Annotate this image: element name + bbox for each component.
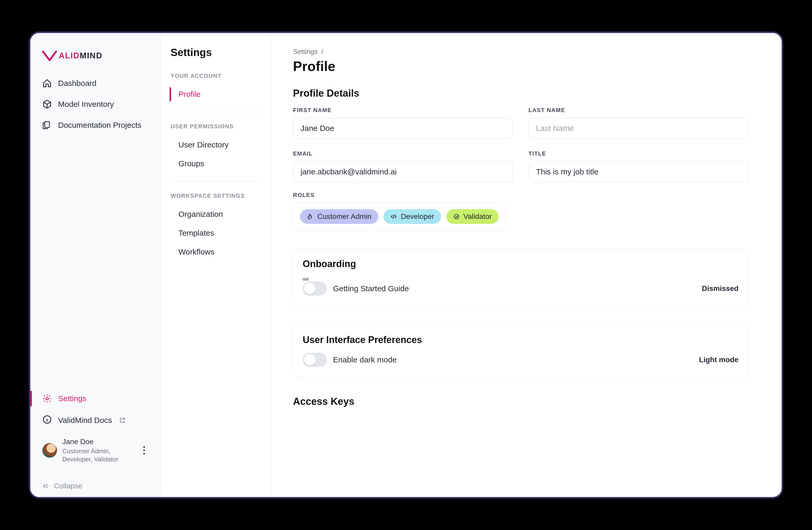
- files-icon: [42, 121, 52, 130]
- svg-point-2: [46, 397, 48, 400]
- settings-subnav: Settings YOUR ACCOUNT Profile USER PERMI…: [161, 33, 271, 497]
- profile-form: FIRST NAME LAST NAME EMAIL TITLE: [293, 107, 748, 182]
- sidebar-item-label: Settings: [58, 394, 86, 403]
- sidebar-item-label: Documentation Projects: [58, 121, 142, 130]
- first-name-label: FIRST NAME: [293, 107, 513, 114]
- email-field: EMAIL: [293, 150, 513, 182]
- subnav-section-your-account: YOUR ACCOUNT: [170, 70, 262, 85]
- sidebar-item-dashboard[interactable]: Dashboard: [37, 74, 155, 93]
- svg-point-7: [454, 214, 459, 219]
- roles-label: ROLES: [293, 192, 760, 198]
- onboarding-title: Onboarding: [303, 259, 739, 269]
- ui-prefs-title: User Interface Preferences: [303, 334, 739, 345]
- validmind-docs-link[interactable]: ValidMind Docs: [37, 410, 155, 431]
- profile-details-title: Profile Details: [293, 88, 760, 99]
- onboarding-toggle-row: Getting Started Guide Dismissed: [303, 281, 739, 296]
- primary-nav: Dashboard Model Inventory Documentation …: [30, 74, 161, 135]
- code-icon: [390, 213, 397, 220]
- title-input[interactable]: [528, 161, 748, 182]
- svg-rect-1: [45, 122, 49, 128]
- home-icon: [42, 79, 52, 88]
- subnav-section-user-permissions: USER PERMISSIONS: [170, 121, 262, 136]
- sidebar-bottom: Settings ValidMind Docs Jane Doe Cust: [30, 389, 161, 475]
- access-keys-title: Access Keys: [293, 396, 760, 407]
- validmind-logo-icon: ALIDMIND: [42, 48, 115, 64]
- sidebar-item-documentation-projects[interactable]: Documentation Projects: [37, 116, 155, 135]
- role-chip-customer-admin[interactable]: Customer Admin: [300, 209, 378, 224]
- subnav-section-workspace-settings: WORKSPACE SETTINGS: [170, 190, 262, 205]
- subnav-item-organization[interactable]: Organization: [170, 205, 262, 223]
- breadcrumb-separator: /: [321, 48, 323, 56]
- ui-preferences-panel: User Interface Preferences Enable dark m…: [293, 325, 748, 378]
- subnav-item-profile[interactable]: Profile: [170, 85, 262, 103]
- last-name-label: LAST NAME: [528, 107, 748, 114]
- badge-icon: [453, 213, 460, 220]
- roles-section: ROLES Customer Admin Developer Validator: [293, 192, 760, 231]
- subnav-item-user-directory[interactable]: User Directory: [170, 136, 262, 154]
- svg-point-6: [143, 453, 145, 455]
- getting-started-toggle[interactable]: [303, 281, 327, 296]
- app-window: ALIDMIND Dashboard Model Inventory: [29, 31, 783, 499]
- avatar: [42, 443, 57, 458]
- cube-icon: [42, 99, 52, 109]
- breadcrumb: Settings /: [293, 48, 760, 56]
- user-roles: Customer Admin, Developer, Validator: [62, 447, 134, 463]
- roles-card: Customer Admin Developer Validator: [293, 203, 506, 231]
- subnav-item-groups[interactable]: Groups: [170, 154, 262, 173]
- primary-sidebar: ALIDMIND Dashboard Model Inventory: [30, 33, 161, 497]
- email-input[interactable]: [293, 161, 513, 182]
- collapse-sidebar-button[interactable]: Collapse: [30, 475, 161, 497]
- brand-logo[interactable]: ALIDMIND: [30, 44, 161, 74]
- sidebar-item-settings[interactable]: Settings: [37, 389, 155, 408]
- svg-text:ALIDMIND: ALIDMIND: [59, 51, 102, 60]
- getting-started-status: Dismissed: [702, 284, 739, 293]
- subnav-item-workflows[interactable]: Workflows: [170, 243, 262, 261]
- last-name-field: LAST NAME: [528, 107, 748, 139]
- dark-mode-status: Light mode: [699, 355, 739, 364]
- first-name-field: FIRST NAME: [293, 107, 513, 139]
- title-field: TITLE: [528, 150, 748, 182]
- sidebar-item-label: Dashboard: [58, 79, 97, 88]
- role-chip-label: Validator: [464, 212, 492, 221]
- divider: [171, 112, 261, 112]
- role-chip-label: Developer: [401, 212, 434, 221]
- getting-started-label: Getting Started Guide: [333, 284, 409, 293]
- docs-link-label: ValidMind Docs: [58, 416, 112, 425]
- subnav-item-templates[interactable]: Templates: [170, 224, 262, 242]
- main-content: Settings / Profile Profile Details FIRST…: [271, 33, 782, 497]
- dark-mode-label: Enable dark mode: [333, 355, 397, 364]
- user-name: Jane Doe: [62, 437, 134, 446]
- external-link-icon: [119, 417, 126, 423]
- title-label: TITLE: [528, 150, 748, 157]
- last-name-input[interactable]: [528, 118, 748, 139]
- role-chip-label: Customer Admin: [317, 212, 372, 221]
- user-meta: Jane Doe Customer Admin, Developer, Vali…: [62, 437, 134, 463]
- sidebar-item-label: Model Inventory: [58, 100, 114, 109]
- user-menu[interactable]: Jane Doe Customer Admin, Developer, Vali…: [37, 433, 155, 470]
- collapse-label: Collapse: [54, 482, 83, 490]
- user-menu-more-button[interactable]: [139, 445, 149, 456]
- svg-point-4: [143, 446, 145, 448]
- dark-mode-toggle-row: Enable dark mode Light mode: [303, 353, 739, 367]
- settings-title: Settings: [170, 46, 262, 58]
- breadcrumb-root[interactable]: Settings: [293, 48, 318, 56]
- dark-mode-toggle[interactable]: [303, 353, 327, 367]
- role-chip-validator[interactable]: Validator: [446, 209, 498, 224]
- chevrons-left-icon: [42, 482, 49, 490]
- page-title: Profile: [293, 58, 760, 74]
- hand-icon: [307, 213, 314, 220]
- email-label: EMAIL: [293, 150, 513, 157]
- role-chip-developer[interactable]: Developer: [383, 209, 441, 224]
- first-name-input[interactable]: [293, 118, 513, 139]
- sidebar-item-model-inventory[interactable]: Model Inventory: [37, 95, 155, 114]
- gear-icon: [42, 394, 52, 403]
- info-icon: [42, 415, 52, 426]
- onboarding-panel: Onboardingout Getting Started Guide Dism…: [293, 249, 748, 306]
- svg-point-5: [143, 450, 145, 451]
